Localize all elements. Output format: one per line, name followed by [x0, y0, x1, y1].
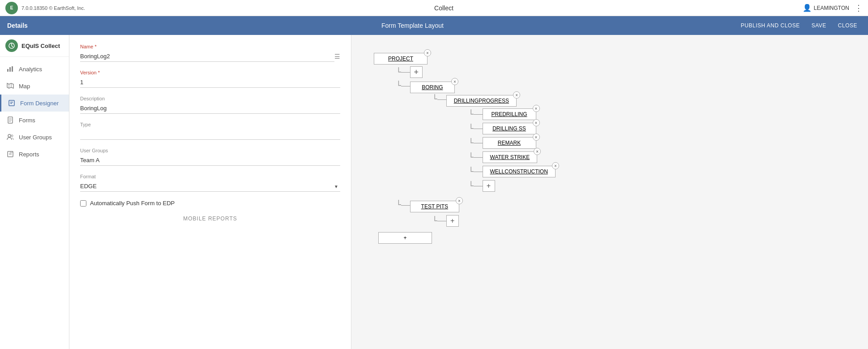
name-input[interactable] — [80, 51, 334, 62]
project-connector: └ — [396, 68, 401, 76]
project-node-wrap: PROJECT × — [374, 53, 428, 65]
drillingprogress-children: └ PREDRILLING × — [469, 107, 556, 194]
test-pits-children: └ + — [432, 212, 459, 227]
remark-close-button[interactable]: × — [533, 134, 540, 141]
boring-l-connector: └ — [396, 82, 401, 90]
app-version: 7.0.0.18350 © EarthSoft, Inc. — [21, 5, 85, 11]
water-strike-close-button[interactable]: × — [534, 148, 541, 155]
sidebar-item-user-groups[interactable]: User Groups — [0, 129, 69, 146]
auto-push-label: Automatically Push Form to EDP — [80, 200, 340, 207]
reports-icon — [6, 150, 14, 158]
svg-line-2 — [12, 46, 13, 47]
root-add-button[interactable]: + — [378, 232, 432, 244]
predrilling-wrap: PREDRILLING × — [483, 108, 536, 120]
project-add-row: └ + — [396, 66, 423, 78]
sidebar-logo-text: EQuIS Collect — [21, 43, 60, 49]
test-pits-node-area: TEST PITS × └ + — [410, 201, 459, 227]
format-select[interactable]: EDGE CSV JSON — [80, 181, 340, 192]
drillingprogress-label: DRILLINGPROGRESS — [454, 98, 509, 104]
project-children: └ + — [396, 65, 423, 82]
sidebar-label-analytics: Analytics — [19, 66, 42, 73]
mobile-reports-section[interactable]: MOBILE REPORTS — [80, 215, 340, 222]
details-panel: Name * ☰ Version * Description Type — [69, 35, 351, 349]
root-add-row: + — [378, 232, 432, 244]
root-add-label: + — [403, 235, 406, 241]
sidebar-item-map[interactable]: Map — [0, 78, 69, 95]
type-input[interactable] — [80, 129, 340, 140]
user-groups-input[interactable] — [80, 155, 340, 166]
remark-row: └ REMARK × — [469, 137, 556, 149]
svg-marker-6 — [7, 83, 13, 88]
user-groups-field-group: User Groups — [80, 148, 340, 166]
name-row: ☰ — [80, 51, 340, 62]
water-strike-label: WATER STRIKE — [490, 154, 530, 160]
project-close-button[interactable]: × — [424, 49, 431, 56]
save-button[interactable]: SAVE — [808, 21, 830, 30]
wellconstruction-node-button[interactable]: WELLCONSTRUCTION — [483, 166, 556, 177]
water-strike-row: └ WATER STRIKE × — [469, 151, 556, 163]
remark-wrap: REMARK × — [483, 137, 536, 149]
sidebar: EQuIS Collect Analytics Map Form Designe… — [0, 35, 69, 349]
boring-connector-area: └ — [396, 82, 401, 90]
version-input[interactable] — [80, 77, 340, 88]
sidebar-nav: Analytics Map Form Designer Forms — [0, 57, 69, 349]
map-icon — [6, 82, 14, 90]
sidebar-label-reports: Reports — [19, 151, 39, 158]
version-field-group: Version * — [80, 70, 340, 88]
auto-push-checkbox[interactable] — [80, 200, 86, 207]
sidebar-item-form-designer[interactable]: Form Designer — [0, 95, 69, 112]
user-groups-label: User Groups — [80, 148, 340, 153]
test-pits-close-button[interactable]: × — [456, 197, 463, 204]
format-label: Format — [80, 174, 340, 179]
wellconstruction-row: └ WELLCONSTRUCTION × — [469, 166, 556, 177]
top-bar-right: 👤 LEAMINGTON ⋮ — [803, 3, 863, 13]
test-pits-node-button[interactable]: TEST PITS — [410, 201, 459, 212]
test-pits-add-row: └ + — [432, 215, 459, 227]
sidebar-item-analytics[interactable]: Analytics — [0, 60, 69, 78]
boring-node-button[interactable]: BORING — [410, 82, 455, 93]
drilling-ss-close-button[interactable]: × — [533, 119, 540, 126]
name-label: Name * — [80, 44, 340, 49]
publish-close-button[interactable]: PUBLISH AND CLOSE — [737, 21, 804, 30]
predrilling-node-button[interactable]: PREDRILLING — [483, 108, 536, 120]
drillingprogress-add-button[interactable]: + — [483, 180, 495, 192]
sidebar-item-forms[interactable]: Forms — [0, 112, 69, 129]
user-icon: 👤 — [803, 4, 812, 12]
app-title: Collect — [434, 4, 453, 12]
wellconstruction-label: WELLCONSTRUCTION — [490, 168, 548, 175]
test-pits-add-button[interactable]: + — [446, 215, 459, 227]
drillingprogress-close-button[interactable]: × — [513, 91, 520, 99]
predrilling-label: PREDRILLING — [492, 111, 527, 117]
drillingprogress-node-button[interactable]: DRILLINGPROGRESS — [446, 95, 517, 107]
project-node-button[interactable]: PROJECT — [374, 53, 428, 65]
boring-close-button[interactable]: × — [451, 78, 458, 85]
header-bar: Details Form Template Layout PUBLISH AND… — [0, 16, 868, 35]
water-strike-node-button[interactable]: WATER STRIKE — [483, 151, 538, 163]
type-label: Type — [80, 122, 340, 127]
user-groups-icon — [6, 133, 14, 141]
drilling-ss-node-button[interactable]: DRILLING SS — [483, 123, 536, 134]
wellconstruction-close-button[interactable]: × — [552, 162, 559, 169]
more-options-icon[interactable]: ⋮ — [855, 3, 863, 13]
username: LEAMINGTON — [814, 5, 849, 11]
project-add-button[interactable]: + — [410, 66, 423, 78]
sidebar-item-reports[interactable]: Reports — [0, 146, 69, 163]
forms-icon — [6, 116, 14, 124]
section-title: Details — [7, 22, 88, 29]
sidebar-label-user-groups: User Groups — [19, 134, 52, 141]
name-field-group: Name * ☰ — [80, 44, 340, 62]
project-branch: PROJECT × └ + — [374, 53, 556, 244]
drillingprogress-row: └ DRILLINGPROGRESS × — [432, 95, 556, 194]
remark-node-button[interactable]: REMARK — [483, 137, 536, 149]
version-label: Version * — [80, 70, 340, 75]
description-input[interactable] — [80, 103, 340, 114]
drillingprogress-add-row: └ + — [469, 180, 556, 192]
predrilling-close-button[interactable]: × — [533, 105, 540, 112]
boring-row: └ BORING × — [396, 82, 556, 197]
analytics-icon — [6, 65, 14, 73]
drilling-ss-wrap: DRILLING SS × — [483, 123, 536, 134]
sidebar-logo-icon — [5, 39, 18, 52]
project-horiz-line — [401, 72, 410, 73]
description-field-group: Description — [80, 96, 340, 114]
close-button[interactable]: CLOSE — [834, 21, 861, 30]
